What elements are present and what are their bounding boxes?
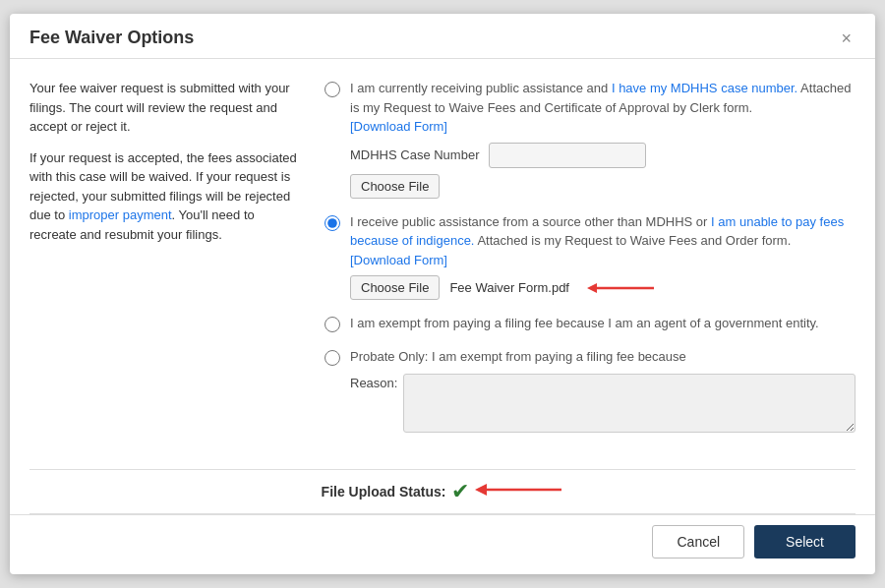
opt1-file-row: Choose File bbox=[350, 174, 856, 199]
svg-marker-3 bbox=[475, 484, 487, 496]
option-1-content: I am currently receiving public assistan… bbox=[350, 79, 856, 199]
option-1-radio[interactable] bbox=[324, 82, 340, 97]
opt1-download-link[interactable]: [Download Form] bbox=[350, 119, 447, 134]
select-button[interactable]: Select bbox=[754, 525, 856, 559]
opt1-text1: I am currently receiving public assistan… bbox=[350, 81, 612, 95]
red-arrow-svg bbox=[587, 279, 656, 297]
upload-status-label: File Upload Status: bbox=[322, 484, 446, 500]
opt4-reason-row: Reason: bbox=[350, 370, 856, 433]
upload-arrow-svg bbox=[475, 480, 563, 500]
upload-status-checkmark: ✔ bbox=[451, 481, 469, 502]
dialog-title: Fee Waiver Options bbox=[30, 28, 194, 48]
left-para-2: If your request is accepted, the fees as… bbox=[30, 148, 305, 245]
close-button[interactable]: × bbox=[837, 29, 856, 47]
option-2-content: I receive public assistance from a sourc… bbox=[350, 212, 856, 301]
opt2-text1: I receive public assistance from a sourc… bbox=[350, 214, 711, 229]
opt4-reason-textarea[interactable] bbox=[403, 374, 856, 433]
opt2-choose-file-button[interactable]: Choose File bbox=[350, 275, 440, 300]
option-2-radio[interactable] bbox=[324, 215, 340, 231]
option-3-row: I am exempt from paying a filing fee bec… bbox=[324, 314, 856, 333]
opt1-link1: I have my MDHHS case number. bbox=[612, 81, 797, 95]
opt2-file-row: Choose File Fee Waiver Form.pdf bbox=[350, 275, 856, 300]
left-para-1: Your fee waiver request is submitted wit… bbox=[30, 79, 305, 137]
opt1-choose-file-button[interactable]: Choose File bbox=[350, 174, 440, 199]
option-3-content: I am exempt from paying a filing fee bec… bbox=[350, 314, 856, 333]
opt2-text2: Attached is my Request to Waive Fees and… bbox=[474, 233, 791, 248]
dialog-header: Fee Waiver Options × bbox=[10, 14, 875, 59]
opt2-arrow-indicator bbox=[587, 279, 656, 297]
option-1-row: I am currently receiving public assistan… bbox=[324, 79, 856, 199]
option-2-row: I receive public assistance from a sourc… bbox=[324, 212, 856, 301]
fee-waiver-dialog: Fee Waiver Options × Your fee waiver req… bbox=[10, 14, 875, 574]
opt4-reason-label: Reason: bbox=[350, 374, 397, 393]
option-4-radio[interactable] bbox=[324, 350, 340, 366]
cancel-button[interactable]: Cancel bbox=[652, 525, 744, 559]
upload-status-arrow bbox=[475, 480, 563, 503]
opt1-case-number-row: MDHHS Case Number bbox=[350, 143, 856, 168]
left-panel: Your fee waiver request is submitted wit… bbox=[30, 79, 305, 449]
opt1-case-number-input[interactable] bbox=[489, 143, 646, 168]
opt3-text1: I am exempt from paying a filing fee bec… bbox=[350, 316, 819, 330]
opt1-case-number-label: MDHHS Case Number bbox=[350, 146, 479, 165]
opt2-file-name: Fee Waiver Form.pdf bbox=[449, 278, 569, 298]
upload-status-area: File Upload Status: ✔ bbox=[10, 470, 875, 513]
dialog-body: Your fee waiver request is submitted wit… bbox=[10, 59, 875, 469]
right-panel: I am currently receiving public assistan… bbox=[324, 79, 856, 449]
opt2-download-link[interactable]: [Download Form] bbox=[350, 253, 447, 267]
improper-payment-link[interactable]: improper payment bbox=[69, 207, 172, 222]
dialog-footer: Cancel Select bbox=[10, 514, 875, 574]
option-4-row: Probate Only: I am exempt from paying a … bbox=[324, 347, 856, 434]
svg-marker-1 bbox=[587, 283, 597, 293]
option-4-content: Probate Only: I am exempt from paying a … bbox=[350, 347, 856, 434]
opt4-text1: Probate Only: I am exempt from paying a … bbox=[350, 349, 686, 364]
option-3-radio[interactable] bbox=[324, 317, 340, 332]
